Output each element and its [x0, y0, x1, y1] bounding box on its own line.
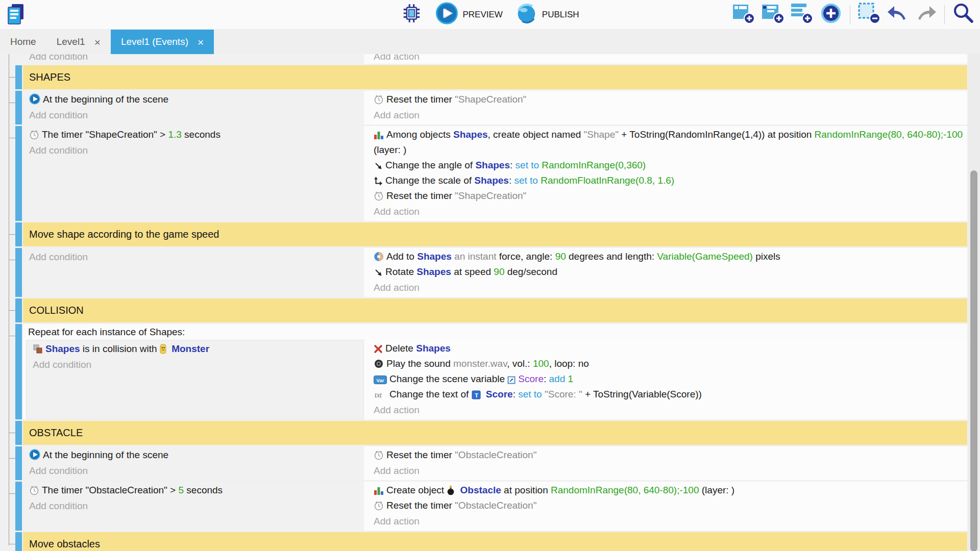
clipped-event-row[interactable]: Add conditionAdd action	[23, 54, 967, 64]
add-condition-button[interactable]: Add condition	[29, 142, 361, 158]
group-header[interactable]: Move obstacles	[23, 532, 967, 551]
instruction-text: At the beginning of the scene	[43, 449, 168, 460]
add-action-button[interactable]: Add action	[374, 280, 964, 295]
group-header[interactable]: Move shape according to the game speed	[23, 222, 967, 246]
actions-cell: Among objects Shapes, create object name…	[370, 126, 967, 221]
add-condition-button[interactable]: Add condition	[29, 107, 361, 123]
add-subevent-button[interactable]	[760, 2, 786, 27]
action-item[interactable]: Among objects Shapes, create object name…	[374, 127, 964, 158]
instruction-text: "ShapeCreation"	[455, 94, 526, 105]
add-condition-button[interactable]: Add condition	[29, 463, 361, 479]
undo-button[interactable]	[885, 3, 911, 26]
app-logo-icon[interactable]	[6, 3, 27, 29]
group-header[interactable]: OBSTACLE	[23, 421, 967, 445]
collision-icon	[33, 343, 45, 354]
add-condition-button[interactable]: Add condition	[33, 357, 360, 372]
add-action-button[interactable]: Add action	[374, 107, 964, 123]
add-action-button[interactable]: Add action	[374, 402, 964, 418]
conditions-cell: The timer "ShapeCreation" > 1.3 secondsA…	[23, 126, 364, 221]
instruction-text: Shapes	[416, 266, 451, 277]
add-instruction-button[interactable]	[818, 2, 844, 28]
event-row[interactable]: The timer "ObstacleCreation" > 5 seconds…	[23, 482, 967, 531]
group-header[interactable]: SHAPES	[23, 65, 967, 89]
action-item[interactable]: Delete Shapes	[374, 341, 964, 356]
tab-bar: HomeLevel1×Level1 (Events)×	[0, 30, 980, 54]
toolbar-separator	[944, 5, 945, 24]
action-item[interactable]: txtChange the text of T Score: set to "S…	[374, 387, 964, 402]
action-item[interactable]: Change the scale of Shapes: set to Rando…	[374, 173, 964, 188]
add-action-button[interactable]: Add action	[374, 513, 964, 529]
timer-icon	[374, 190, 386, 201]
action-item[interactable]: VarChange the scene variable Score: add …	[374, 371, 964, 387]
event-tree-line	[9, 54, 9, 545]
condition-item[interactable]: The timer "ObstacleCreation" > 5 seconds	[29, 483, 361, 498]
action-item[interactable]: Play the sound monster.wav, vol.: 100, l…	[374, 356, 964, 371]
publish-globe-icon	[516, 3, 537, 27]
debugger-button[interactable]	[399, 2, 424, 28]
action-item[interactable]: Create object Obstacle at position Rando…	[374, 483, 964, 498]
condition-item[interactable]: At the beginning of the scene	[29, 92, 361, 107]
add-condition-button[interactable]: Add condition	[29, 249, 361, 265]
search-icon	[952, 2, 974, 27]
instruction-text: deg/second	[504, 266, 557, 277]
add-condition-button[interactable]: Add condition	[29, 54, 361, 64]
action-item[interactable]: Reset the timer "ObstacleCreation"	[374, 498, 964, 513]
preview-button[interactable]: PREVIEW	[433, 1, 504, 28]
action-item[interactable]: Rotate Shapes at speed 90 deg/second	[374, 264, 964, 280]
delete-icon	[374, 343, 385, 354]
action-item[interactable]: Add to Shapes an instant force, angle: 9…	[374, 249, 964, 264]
add-comment-icon	[790, 2, 814, 27]
action-item[interactable]: Reset the timer "ShapeCreation"	[374, 188, 964, 204]
tab-home[interactable]: Home	[0, 30, 46, 54]
search-button[interactable]	[950, 2, 976, 27]
event-row[interactable]: At the beginning of the sceneAdd conditi…	[23, 91, 967, 124]
add-action-button[interactable]: Add action	[374, 204, 964, 219]
actions-cell: Delete ShapesPlay the sound monster.wav,…	[370, 340, 967, 419]
instruction-text: Shapes	[416, 343, 451, 354]
instruction-text: 100	[533, 358, 549, 369]
action-item[interactable]: Change the angle of Shapes: set to Rando…	[374, 158, 964, 173]
toolbar-separator	[850, 5, 850, 24]
event-row[interactable]: At the beginning of the sceneAdd conditi…	[23, 446, 967, 480]
instruction-text: seconds	[182, 129, 220, 140]
add-comment-button[interactable]	[789, 2, 815, 27]
condition-item[interactable]: At the beginning of the scene	[29, 447, 361, 463]
group-header[interactable]: COLLISION	[23, 298, 967, 322]
event-row[interactable]: The timer "ShapeCreation" > 1.3 secondsA…	[23, 126, 967, 221]
delete-event-button[interactable]	[856, 2, 883, 27]
publish-button[interactable]: PUBLISH	[514, 2, 581, 28]
instruction-text: :	[544, 373, 549, 384]
instruction-text: degrees and length:	[566, 251, 657, 262]
event-row[interactable]: Add conditionAdd action	[23, 54, 967, 64]
svg-text:Var: Var	[377, 378, 384, 383]
actions-cell: Add action	[370, 54, 967, 64]
instruction-text: Delete	[385, 343, 416, 354]
close-tab-icon[interactable]: ×	[198, 37, 204, 47]
tab-level1[interactable]: Level1×	[46, 30, 111, 54]
add-event-button[interactable]	[730, 2, 757, 27]
instruction-text: The timer "ObstacleCreation" >	[42, 485, 178, 495]
actions-cell: Add to Shapes an instant force, angle: 9…	[370, 248, 967, 297]
scrollbar-thumb[interactable]	[970, 170, 977, 551]
foreach-event[interactable]: Repeat for each instance of Shapes:Shape…	[23, 324, 967, 419]
close-tab-icon[interactable]: ×	[94, 37, 101, 47]
add-condition-button[interactable]: Add condition	[29, 498, 361, 514]
redo-button[interactable]	[913, 3, 939, 26]
instruction-text: Reset the timer	[386, 449, 455, 460]
group-title: COLLISION	[29, 305, 84, 316]
condition-item[interactable]: The timer "ShapeCreation" > 1.3 seconds	[29, 127, 361, 142]
scale-icon	[374, 175, 385, 186]
add-action-button[interactable]: Add action	[374, 54, 964, 64]
foreach-header[interactable]: Repeat for each instance of Shapes:	[23, 324, 967, 340]
condition-item[interactable]: Shapes is in collision with Monster	[33, 341, 360, 357]
tab-level1-events[interactable]: Level1 (Events)×	[111, 30, 214, 54]
add-action-button[interactable]: Add action	[374, 463, 964, 479]
event-row[interactable]: Add conditionAdd to Shapes an instant fo…	[23, 248, 967, 297]
action-item[interactable]: Reset the timer "ShapeCreation"	[374, 92, 964, 107]
instruction-text: Shapes	[417, 251, 452, 262]
tab-label: Level1	[57, 36, 85, 47]
instruction-text: Change the text of	[389, 389, 472, 399]
instruction-text: set to	[516, 160, 542, 170]
instruction-text: at speed	[451, 266, 494, 277]
action-item[interactable]: Reset the timer "ObstacleCreation"	[374, 447, 964, 463]
